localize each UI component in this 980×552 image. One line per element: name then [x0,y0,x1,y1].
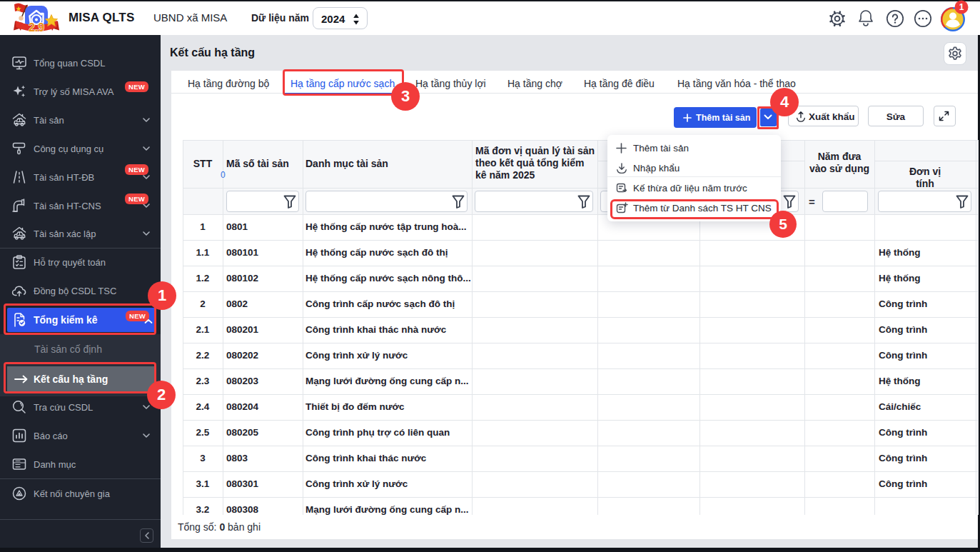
svg-text:1: 1 [959,2,964,12]
svg-text:2.9: 2.9 [29,21,44,34]
